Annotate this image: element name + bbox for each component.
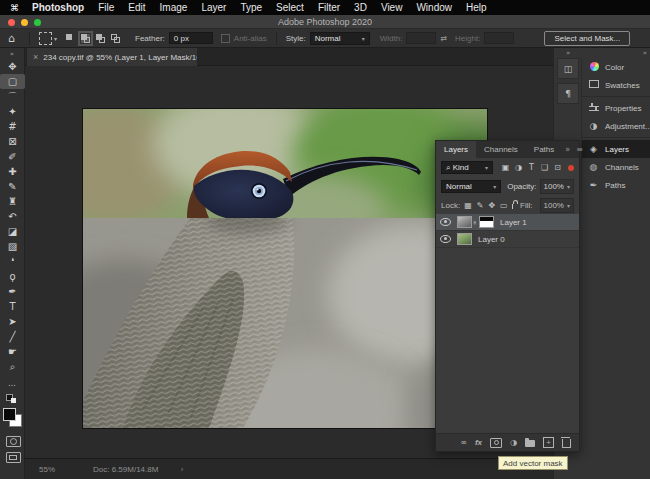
tool-quick-selection[interactable]: ✦ [0, 104, 25, 119]
active-tool-thumbnail-icon[interactable] [39, 32, 52, 45]
tool-dodge[interactable]: ϙ [0, 269, 25, 284]
layers-tab[interactable]: Layers [436, 141, 476, 158]
default-colors-icon[interactable] [6, 394, 16, 403]
tool-line[interactable]: ╱ [0, 329, 25, 344]
menu-type[interactable]: Type [233, 2, 269, 13]
zoom-level-field[interactable]: 55% [39, 465, 55, 474]
menu-file[interactable]: File [91, 2, 121, 13]
fill-dropdown[interactable]: 100%▾ [540, 198, 574, 213]
delete-layer-icon[interactable] [562, 439, 571, 448]
new-selection-mode-button[interactable] [66, 34, 75, 43]
paths-tab[interactable]: Paths [526, 141, 562, 158]
filter-adjustment-layers-icon[interactable]: ◑ [512, 163, 525, 172]
blend-mode-dropdown[interactable]: Normal▾ [441, 180, 501, 193]
filter-type-layers-icon[interactable]: T [525, 163, 538, 172]
tool-rectangular-marquee[interactable]: ▢ [0, 74, 25, 89]
layer-row-layer-0[interactable]: Layer 0 [436, 231, 579, 248]
tool-blur[interactable]: ❛ [0, 254, 25, 269]
tool-crop[interactable]: # [0, 119, 25, 134]
close-tab-icon[interactable]: × [33, 52, 38, 62]
document-tab[interactable]: × 234 copy.tif @ 55% (Layer 1, Layer Mas… [27, 48, 197, 66]
lock-position-icon[interactable]: ✥ [488, 201, 495, 210]
visibility-eye-icon[interactable] [440, 218, 451, 226]
layer-row-layer-1[interactable]: ∞ Layer 1 [436, 214, 579, 231]
subtract-from-selection-mode-button[interactable] [96, 34, 105, 43]
apple-menu-icon[interactable]: ⌘ [10, 3, 19, 13]
screen-mode-button[interactable] [6, 452, 21, 463]
filter-toggle-icon[interactable] [568, 165, 574, 171]
status-options-chevron-icon[interactable]: › [180, 465, 183, 474]
filter-shape-layers-icon[interactable]: ❏ [538, 163, 551, 172]
tool-brush[interactable]: ✎ [0, 179, 25, 194]
layer-name[interactable]: Layer 1 [500, 218, 527, 227]
layer-style-fx-icon[interactable]: fx [475, 439, 482, 447]
menu-image[interactable]: Image [153, 2, 195, 13]
layer-name[interactable]: Layer 0 [478, 235, 505, 244]
tool-history-brush[interactable]: ↶ [0, 209, 25, 224]
filter-smart-objects-icon[interactable]: ⊡ [551, 163, 564, 172]
channels-panel-button[interactable]: ◍ Channels [582, 158, 650, 176]
tool-preset-caret-icon[interactable]: ▾ [54, 35, 57, 42]
tool-zoom[interactable]: ⌕ [0, 359, 25, 374]
feather-input[interactable]: 0 px [169, 32, 213, 44]
menu-photoshop[interactable]: Photoshop [25, 2, 91, 13]
history-panel-icon[interactable]: ◫ [557, 58, 579, 79]
opacity-dropdown[interactable]: 100%▾ [540, 179, 574, 194]
layer-mask-thumbnail[interactable] [479, 216, 494, 228]
edit-toolbar-icon[interactable]: ... [0, 379, 24, 388]
panel-menu-icon[interactable]: ≡ [573, 141, 586, 158]
menu-select[interactable]: Select [269, 2, 311, 13]
collapse-dock-icon[interactable]: » [643, 49, 647, 57]
paragraph-panel-icon[interactable]: ¶ [557, 83, 579, 104]
tool-lasso[interactable]: ⌒ [0, 89, 25, 104]
new-adjustment-layer-icon[interactable]: ◑ [510, 439, 517, 447]
new-group-icon[interactable] [525, 440, 535, 447]
adjustments-panel-button[interactable]: ◑ Adjustment... [582, 117, 650, 135]
color-panel-button[interactable]: Color [582, 58, 650, 76]
mask-link-icon[interactable]: ∞ [472, 220, 479, 225]
menu-filter[interactable]: Filter [311, 2, 347, 13]
layer-thumbnail[interactable] [457, 233, 472, 245]
height-input[interactable] [484, 32, 514, 44]
new-layer-icon[interactable]: + [543, 437, 554, 448]
foreground-color-swatch[interactable] [3, 408, 16, 421]
tool-frame[interactable]: ⊠ [0, 134, 25, 149]
tool-path-selection[interactable]: ➤ [0, 314, 25, 329]
tool-eraser[interactable]: ◪ [0, 224, 25, 239]
menu-3d[interactable]: 3D [347, 2, 374, 13]
layers-panel-button[interactable]: ◈ Layers [582, 140, 650, 158]
tool-spot-healing[interactable]: ✚ [0, 164, 25, 179]
toolbar-expand-icon[interactable]: » [0, 48, 24, 59]
visibility-eye-icon[interactable] [440, 235, 451, 243]
anti-alias-checkbox[interactable] [221, 34, 230, 43]
tool-eyedropper[interactable]: ✐ [0, 149, 25, 164]
tool-hand[interactable]: ☛ [0, 344, 25, 359]
paths-panel-button[interactable]: ✒ Paths [582, 176, 650, 194]
menu-edit[interactable]: Edit [121, 2, 152, 13]
link-layers-icon[interactable]: ∞ [460, 439, 467, 447]
foreground-background-swatches[interactable] [3, 408, 22, 427]
menu-view[interactable]: View [374, 2, 410, 13]
tool-move[interactable]: ✥ [0, 59, 25, 74]
lock-artboard-icon[interactable]: ▭ [500, 201, 508, 210]
home-icon[interactable]: ⌂ [8, 32, 15, 45]
tool-gradient[interactable]: ▨ [0, 239, 25, 254]
tool-clone-stamp[interactable]: ♜ [0, 194, 25, 209]
tool-pen[interactable]: ✒ [0, 284, 25, 299]
panel-collapse-icon[interactable]: » [562, 141, 573, 158]
lock-transparency-icon[interactable]: ▦ [464, 201, 472, 210]
menu-layer[interactable]: Layer [194, 2, 233, 13]
properties-panel-button[interactable]: Properties [582, 99, 650, 117]
filter-kind-dropdown[interactable]: ⌕ Kind ▾ [441, 161, 493, 174]
quick-mask-mode-button[interactable] [6, 436, 21, 447]
canvas-image[interactable] [82, 108, 488, 429]
add-to-selection-mode-button[interactable] [81, 34, 90, 43]
swatches-panel-button[interactable]: Swatches [582, 76, 650, 94]
layer-thumbnail[interactable] [457, 216, 472, 228]
menu-help[interactable]: Help [459, 2, 494, 13]
swap-width-height-icon[interactable]: ⇄ [440, 34, 447, 43]
menu-window[interactable]: Window [409, 2, 459, 13]
lock-paint-icon[interactable]: ✎ [477, 201, 484, 210]
channels-tab[interactable]: Channels [476, 141, 526, 158]
intersect-selection-mode-button[interactable] [111, 34, 120, 43]
